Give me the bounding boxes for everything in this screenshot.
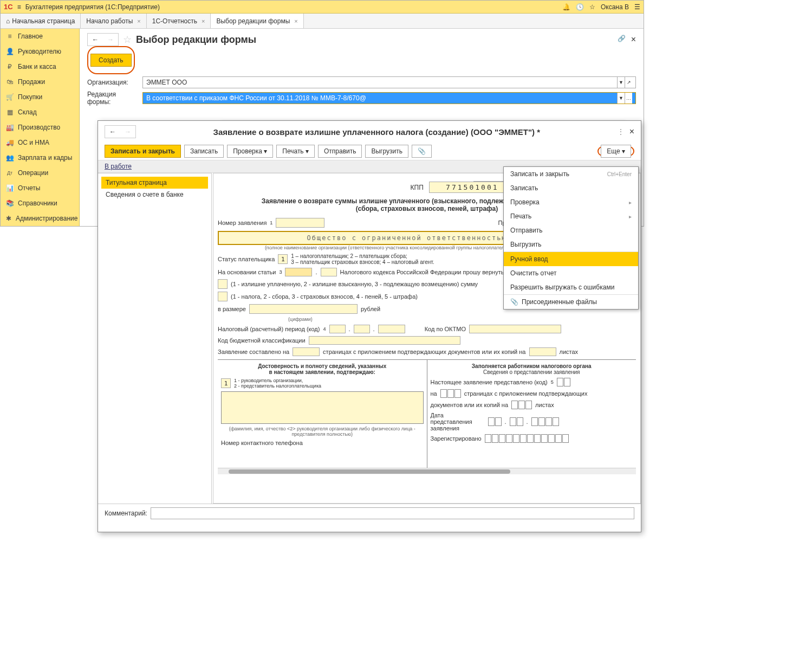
sidebar-item-label: Производство [18,124,60,131]
close-icon[interactable]: × [202,18,205,24]
chevron-down-icon[interactable]: ▼ [617,93,625,104]
print-button[interactable]: Печать ▾ [276,145,315,158]
close-icon[interactable]: × [631,35,636,44]
sidebar-item-manager[interactable]: 👤Руководителю [1,44,79,59]
forward-button[interactable]: → [103,34,118,46]
sidebar-item-dictionaries[interactable]: 📚Справочники [1,196,79,211]
org-input[interactable]: ЭММЕТ ООО ▼ ↗ [142,76,636,88]
chart-icon: 📊 [6,184,14,192]
sidebar-item-label: Склад [18,108,37,116]
user-name[interactable]: Оксана В [601,3,629,11]
check-button[interactable]: Проверка ▾ [227,145,273,158]
back-button[interactable]: ← [105,126,120,138]
sidebar-item-warehouse[interactable]: ▦Склад [1,105,79,120]
sidebar-item-label: Отчеты [18,184,40,192]
sidebar-item-label: Зарплата и кадры [18,154,72,162]
save-button[interactable]: Записать [184,145,224,158]
label: Печать [282,147,303,155]
modal-title: Заявление о возврате излишне уплаченного… [141,127,612,137]
more-icon[interactable]: … [625,93,632,104]
close-icon[interactable]: × [137,18,140,24]
kpp-input[interactable]: 771501001 [429,182,516,193]
forward-button[interactable]: → [120,126,135,138]
menu-save[interactable]: Записать [504,181,638,195]
app-num-input[interactable] [276,218,324,227]
bell-icon[interactable]: 🔔 [562,3,570,11]
sidebar-item-salary[interactable]: 👥Зарплата и кадры [1,150,79,165]
sidebar-item-label: Главное [18,33,43,40]
sidebar-item-main[interactable]: ≡Главное [1,29,79,44]
sidebar-item-label: Банк и касса [18,63,56,70]
label: Записать и закрыть [510,170,569,178]
truck-icon: 🚚 [6,139,14,146]
open-icon[interactable]: ↗ [625,77,632,88]
tab-label: Выбор редакции формы [216,17,290,25]
kpp-label: КПП [404,184,424,191]
tab-reporting[interactable]: 1С-Отчетность× [147,14,211,28]
attach-button[interactable]: 📎 [412,145,432,158]
history-icon[interactable]: 🕓 [576,3,584,11]
modal-window: ← → Заявление о возврате излишне уплачен… [98,120,641,227]
sidebar-item-label: ОС и НМА [18,139,49,146]
upload-button[interactable]: Выгрузить [365,145,408,158]
close-icon[interactable]: × [629,127,634,137]
send-button[interactable]: Отправить [318,145,362,158]
menu-save-close[interactable]: Записать и закрытьCtrl+Enter [504,167,638,181]
star-icon[interactable]: ☆ [589,3,595,11]
sidebar-item-admin[interactable]: ✱Администрирование [1,211,79,226]
sidebar-item-production[interactable]: 🏭Производство [1,120,79,135]
sidebar-item-sales[interactable]: 🛍Продажи [1,74,79,89]
sidebar-item-label: Справочники [18,199,57,207]
bag-icon: 🛍 [6,78,14,86]
tree-item-bank[interactable]: Сведения о счете в банке [101,189,208,201]
sidebar-item-label: Продажи [18,78,45,86]
org-label: Организация: [87,79,138,86]
label: Проверка [510,198,540,206]
more-button[interactable]: Еще ▾ [601,145,631,158]
tree-item-title-page[interactable]: Титульная страница [101,177,208,189]
save-close-button[interactable]: Записать и закрыть [105,145,181,158]
sup: 1 [270,220,272,225]
edition-value: В соответствии с приказом ФНС России от … [146,94,617,102]
label: Печать [510,212,531,220]
factory-icon: 🏭 [6,124,14,131]
tab-form-edition[interactable]: Выбор редакции формы× [211,14,303,28]
chevron-down-icon[interactable]: ▼ [617,77,625,88]
page-title: Выбор редакции формы [136,34,256,46]
create-button[interactable]: Создать [90,54,132,67]
label: Еще [607,147,620,155]
more-menu: Записать и закрытьCtrl+Enter Записать Пр… [503,166,639,227]
menu-send[interactable]: Отправить [504,223,638,227]
nav-buttons: ← → [87,33,119,46]
sidebar-item-purchases[interactable]: 🛒Покупки [1,89,79,105]
app-num-label: Номер заявления [218,220,267,226]
dt-icon: Дт [6,170,14,176]
tabs-bar: ⌂ Начальная страница Начало работы× 1С-О… [1,14,644,29]
home-tab[interactable]: ⌂ Начальная страница [1,14,81,28]
list-icon: ≡ [6,33,14,40]
kebab-icon[interactable]: ⋮ [618,128,624,136]
sidebar-item-operations[interactable]: ДтОперации [1,165,79,180]
home-icon: ⌂ [6,17,10,25]
menu-icon[interactable]: ≡ [17,3,21,11]
favorite-icon[interactable]: ☆ [123,34,132,46]
gear-icon: ✱ [6,215,11,222]
link-icon[interactable]: 🔗 [618,35,626,44]
label: Проверка [233,147,262,155]
sidebar-item-label: Операции [18,169,48,177]
back-button[interactable]: ← [88,34,103,46]
user-menu-icon[interactable]: ☰ [634,3,640,11]
edition-input[interactable]: В соответствии с приказом ФНС России от … [142,92,636,104]
sidebar-item-assets[interactable]: 🚚ОС и НМА [1,135,79,150]
menu-check[interactable]: Проверка▸ [504,195,638,209]
sidebar-item-reports[interactable]: 📊Отчеты [1,180,79,196]
close-icon[interactable]: × [294,18,297,24]
chevron-right-icon: ▸ [629,214,632,220]
status-link[interactable]: В работе [105,163,132,170]
tab-start[interactable]: Начало работы× [81,14,146,28]
label: Записать [510,184,538,192]
sidebar-item-bank[interactable]: ₽Банк и касса [1,59,79,74]
logo: 1C [4,3,13,11]
app-title: Бухгалтерия предприятия (1С:Предприятие) [25,3,160,11]
menu-print[interactable]: Печать▸ [504,209,638,223]
